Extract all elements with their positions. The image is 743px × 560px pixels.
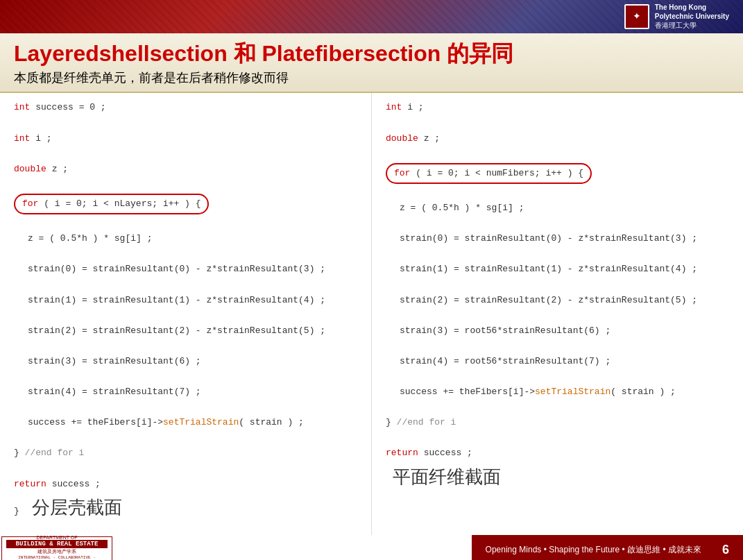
r-line-end-for: } //end for i [386,415,729,430]
line-blank-4 [14,216,357,231]
page-number: 6 [722,543,729,557]
line-1: int success = 0 ; [14,100,357,115]
r-line-strain3: strain(3) = root56*strainResultant(6) ; [400,323,729,339]
r-line-z: z = ( 0.5*h ) * sg[i] ; [400,201,729,216]
line-for: for ( i = 0; i < nLayers; i++ ) { [14,192,357,216]
line-strain0: strain(0) = strainResultant(0) - z*strai… [28,262,357,277]
line-strain3: strain(3) = strainResultant(6) ; [28,354,357,369]
left-panel-label: 分层壳截面 [32,492,122,523]
line-blank-6 [14,277,357,292]
main-title: Layeredshellsection 和 Platefibersection … [14,40,729,67]
line-blank-8 [14,339,357,354]
r-line-strain0: strain(0) = strainResultant(0) - z*strai… [400,231,729,246]
header-banner: ✦ The Hong Kong Polytechnic University 香… [0,0,743,33]
line-close-left: } 分层壳截面 [14,492,357,523]
line-strain4: strain(4) = strainResultant(7) ; [28,384,357,400]
r-line-blank-7 [386,308,729,323]
footer-center [114,535,472,560]
main-title-text: Layeredshellsection 和 Platefibersection … [14,41,513,66]
hkpu-name-en-2: Polytechnic University [655,12,729,21]
r-line-1: int i ; [386,100,729,115]
r-line-blank-2 [386,146,729,162]
line-blank-2 [14,146,357,162]
r-line-strain4: strain(4) = root56*strainResultant(7) ; [400,354,729,369]
dept-extra: INTERNATIONAL · COLLABORATIVE · CONSTRUC… [6,555,108,560]
line-blank-11 [14,430,357,446]
r-line-return: return success ; [386,446,729,461]
r-line-panel-label-row: 平面纤维截面 [386,461,729,492]
code-area: int success = 0 ; int i ; double z ; for… [0,93,743,535]
footer: DEPARTMENT OF BUILDING & REAL ESTATE 建筑及… [0,535,743,560]
line-blank-7 [14,308,357,323]
dept-sub: 建筑及房地产学系 [6,548,108,555]
r-line-blank-1 [386,115,729,130]
line-2: int i ; [14,131,357,146]
line-end-for-left: } //end for i [14,446,357,461]
line-3: double z ; [14,162,357,177]
footer-motto: Opening Minds • Shaping the Future • 啟迪思… [486,544,701,556]
line-blank-5 [14,246,357,262]
dept-label: DEPARTMENT OF [6,535,108,540]
r-line-strain2: strain(2) = strainResultant(2) - z*strai… [400,293,729,308]
right-code-panel: int i ; double z ; for ( i = 0; i < numF… [371,93,743,535]
line-strain1: strain(1) = strainResultant(1) - z*strai… [28,293,357,308]
r-line-blank-5 [386,246,729,262]
line-success-left: success += theFibers[i]->setTrialStrain(… [28,415,357,430]
title-section: Layeredshellsection 和 Platefibersection … [0,33,743,93]
right-panel-label: 平面纤维截面 [393,461,501,492]
line-return-left: return success ; [14,477,357,492]
line-blank-12 [14,461,357,477]
for-loop-highlight-right: for ( i = 0; i < numFibers; i++ ) { [386,163,592,184]
r-line-blank-6 [386,277,729,292]
hkpu-emblem: ✦ [624,4,649,29]
r-line-2: double z ; [386,131,729,146]
r-line-blank-9 [386,369,729,384]
line-z: z = ( 0.5*h ) * sg[i] ; [28,231,357,246]
r-line-success: success += theFibers[i]->setTrialStrain(… [400,384,729,400]
for-loop-highlight-left: for ( i = 0; i < nLayers; i++ ) { [14,194,209,214]
r-line-blank-4 [386,216,729,231]
line-blank-1 [14,115,357,130]
line-blank-10 [14,400,357,415]
left-code-panel: int success = 0 ; int i ; double z ; for… [0,93,371,535]
hkpu-logo: ✦ The Hong Kong Polytechnic University 香… [624,3,729,30]
r-line-blank-8 [386,339,729,354]
hkpu-name-en-1: The Hong Kong [655,3,729,12]
line-strain2: strain(2) = strainResultant(2) - z*strai… [28,323,357,339]
r-line-blank-10 [386,400,729,415]
footer-right: Opening Minds • Shaping the Future • 啟迪思… [472,535,743,560]
footer-dept-box: DEPARTMENT OF BUILDING & REAL ESTATE 建筑及… [1,536,112,560]
dept-name: BUILDING & REAL ESTATE [6,540,108,548]
hkpu-logo-text: The Hong Kong Polytechnic University 香港理… [655,3,729,30]
line-blank-9 [14,369,357,384]
subtitle: 本质都是纤维壳单元，前者是在后者稍作修改而得 [14,69,729,86]
line-blank-3 [14,177,357,192]
r-line-strain1: strain(1) = strainResultant(1) - z*strai… [400,262,729,277]
r-line-blank-11 [386,430,729,446]
hkpu-name-zh: 香港理工大學 [655,21,729,30]
r-line-blank-3 [386,185,729,201]
r-line-for: for ( i = 0; i < numFibers; i++ ) { [386,162,729,185]
